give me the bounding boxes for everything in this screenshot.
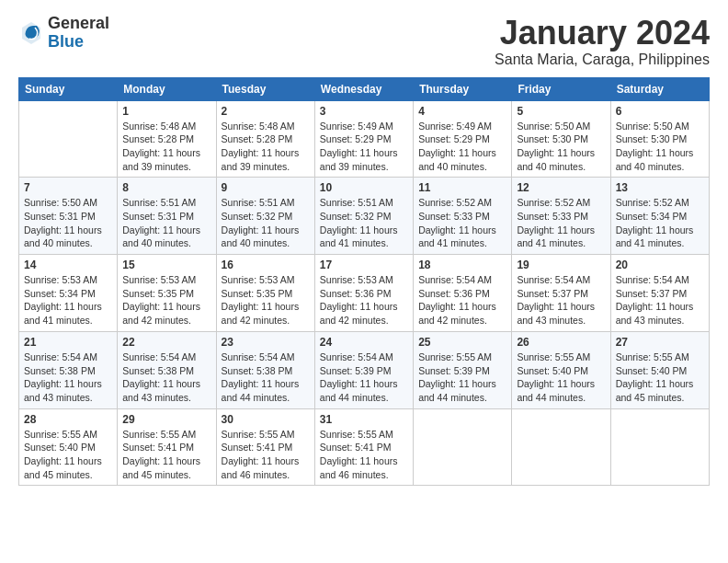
calendar-cell: 22Sunrise: 5:54 AMSunset: 5:38 PMDayligh… xyxy=(118,331,216,408)
day-info: Sunrise: 5:53 AMSunset: 5:34 PMDaylight:… xyxy=(24,273,112,327)
calendar-cell: 20Sunrise: 5:54 AMSunset: 5:37 PMDayligh… xyxy=(610,255,709,332)
day-number: 1 xyxy=(122,105,210,118)
day-number: 26 xyxy=(517,336,605,349)
calendar-cell: 26Sunrise: 5:55 AMSunset: 5:40 PMDayligh… xyxy=(512,331,610,408)
weekday-header-monday: Monday xyxy=(118,77,216,100)
day-number: 13 xyxy=(616,181,704,194)
day-number: 15 xyxy=(122,259,210,271)
day-number: 12 xyxy=(517,181,605,194)
day-number: 25 xyxy=(418,336,506,349)
calendar-cell: 19Sunrise: 5:54 AMSunset: 5:37 PMDayligh… xyxy=(512,255,610,332)
day-number: 6 xyxy=(616,105,704,118)
day-number: 23 xyxy=(222,336,310,349)
calendar-cell: 9Sunrise: 5:51 AMSunset: 5:32 PMDaylight… xyxy=(216,178,314,255)
weekday-header-saturday: Saturday xyxy=(610,77,709,100)
calendar-week-row: 28Sunrise: 5:55 AMSunset: 5:40 PMDayligh… xyxy=(19,408,710,486)
calendar-cell: 7Sunrise: 5:50 AMSunset: 5:31 PMDaylight… xyxy=(19,178,118,255)
weekday-header-friday: Friday xyxy=(512,77,610,100)
day-info: Sunrise: 5:52 AMSunset: 5:33 PMDaylight:… xyxy=(517,196,605,250)
day-number: 22 xyxy=(122,336,210,349)
day-number: 10 xyxy=(320,181,408,194)
calendar-cell: 2Sunrise: 5:48 AMSunset: 5:28 PMDaylight… xyxy=(216,100,314,178)
calendar-cell: 14Sunrise: 5:53 AMSunset: 5:34 PMDayligh… xyxy=(19,255,118,332)
day-info: Sunrise: 5:55 AMSunset: 5:40 PMDaylight:… xyxy=(517,350,605,405)
day-number: 30 xyxy=(222,413,310,426)
day-number: 27 xyxy=(616,336,704,349)
calendar-cell: 27Sunrise: 5:55 AMSunset: 5:40 PMDayligh… xyxy=(610,331,709,408)
day-info: Sunrise: 5:54 AMSunset: 5:37 PMDaylight:… xyxy=(616,273,704,327)
day-number: 11 xyxy=(418,181,506,194)
day-number: 5 xyxy=(517,105,605,118)
day-info: Sunrise: 5:53 AMSunset: 5:36 PMDaylight:… xyxy=(320,273,408,327)
logo: General Blue xyxy=(18,15,109,52)
day-info: Sunrise: 5:49 AMSunset: 5:29 PMDaylight:… xyxy=(320,120,408,174)
day-info: Sunrise: 5:49 AMSunset: 5:29 PMDaylight:… xyxy=(418,120,506,174)
calendar-cell: 12Sunrise: 5:52 AMSunset: 5:33 PMDayligh… xyxy=(512,178,610,255)
day-number: 9 xyxy=(222,181,310,194)
day-info: Sunrise: 5:50 AMSunset: 5:30 PMDaylight:… xyxy=(616,120,704,174)
calendar-cell: 17Sunrise: 5:53 AMSunset: 5:36 PMDayligh… xyxy=(314,255,413,332)
calendar-cell: 31Sunrise: 5:55 AMSunset: 5:41 PMDayligh… xyxy=(314,408,413,486)
day-number: 20 xyxy=(616,259,704,271)
day-info: Sunrise: 5:48 AMSunset: 5:28 PMDaylight:… xyxy=(122,120,210,174)
day-number: 19 xyxy=(517,259,605,271)
day-info: Sunrise: 5:50 AMSunset: 5:31 PMDaylight:… xyxy=(24,196,112,250)
calendar-cell: 23Sunrise: 5:54 AMSunset: 5:38 PMDayligh… xyxy=(216,331,314,408)
calendar-week-row: 21Sunrise: 5:54 AMSunset: 5:38 PMDayligh… xyxy=(19,331,710,408)
weekday-header-tuesday: Tuesday xyxy=(216,77,314,100)
calendar-cell: 4Sunrise: 5:49 AMSunset: 5:29 PMDaylight… xyxy=(414,100,512,178)
logo-text: General Blue xyxy=(48,15,109,52)
day-number: 18 xyxy=(418,259,506,271)
day-number: 7 xyxy=(24,181,112,194)
calendar-cell xyxy=(414,408,512,486)
calendar-week-row: 14Sunrise: 5:53 AMSunset: 5:34 PMDayligh… xyxy=(19,255,710,332)
calendar-cell: 10Sunrise: 5:51 AMSunset: 5:32 PMDayligh… xyxy=(314,178,413,255)
calendar-cell: 11Sunrise: 5:52 AMSunset: 5:33 PMDayligh… xyxy=(414,178,512,255)
day-number: 16 xyxy=(222,259,310,271)
day-info: Sunrise: 5:51 AMSunset: 5:31 PMDaylight:… xyxy=(122,196,210,250)
calendar-cell: 30Sunrise: 5:55 AMSunset: 5:41 PMDayligh… xyxy=(216,408,314,486)
calendar-cell: 1Sunrise: 5:48 AMSunset: 5:28 PMDaylight… xyxy=(118,100,216,178)
day-number: 24 xyxy=(320,336,408,349)
day-info: Sunrise: 5:54 AMSunset: 5:38 PMDaylight:… xyxy=(24,350,112,405)
calendar-week-row: 7Sunrise: 5:50 AMSunset: 5:31 PMDaylight… xyxy=(19,178,710,255)
calendar-cell: 3Sunrise: 5:49 AMSunset: 5:29 PMDaylight… xyxy=(314,100,413,178)
logo-icon xyxy=(18,20,44,46)
calendar-cell: 13Sunrise: 5:52 AMSunset: 5:34 PMDayligh… xyxy=(610,178,709,255)
calendar-cell: 15Sunrise: 5:53 AMSunset: 5:35 PMDayligh… xyxy=(118,255,216,332)
day-number: 8 xyxy=(122,181,210,194)
calendar-cell: 18Sunrise: 5:54 AMSunset: 5:36 PMDayligh… xyxy=(414,255,512,332)
day-number: 2 xyxy=(222,105,310,118)
calendar-cell xyxy=(19,100,118,178)
calendar-cell: 8Sunrise: 5:51 AMSunset: 5:31 PMDaylight… xyxy=(118,178,216,255)
day-info: Sunrise: 5:55 AMSunset: 5:39 PMDaylight:… xyxy=(418,350,506,405)
day-number: 28 xyxy=(24,413,112,426)
calendar-cell: 16Sunrise: 5:53 AMSunset: 5:35 PMDayligh… xyxy=(216,255,314,332)
calendar-cell: 29Sunrise: 5:55 AMSunset: 5:41 PMDayligh… xyxy=(118,408,216,486)
calendar-cell: 28Sunrise: 5:55 AMSunset: 5:40 PMDayligh… xyxy=(19,408,118,486)
calendar-cell: 21Sunrise: 5:54 AMSunset: 5:38 PMDayligh… xyxy=(19,331,118,408)
weekday-header-row: SundayMondayTuesdayWednesdayThursdayFrid… xyxy=(19,77,710,100)
day-info: Sunrise: 5:51 AMSunset: 5:32 PMDaylight:… xyxy=(222,196,310,250)
title-block: January 2024 Santa Maria, Caraga, Philip… xyxy=(495,15,710,68)
day-number: 14 xyxy=(24,259,112,271)
day-number: 17 xyxy=(320,259,408,271)
calendar-cell: 24Sunrise: 5:54 AMSunset: 5:39 PMDayligh… xyxy=(314,331,413,408)
day-info: Sunrise: 5:53 AMSunset: 5:35 PMDaylight:… xyxy=(122,273,210,327)
day-info: Sunrise: 5:54 AMSunset: 5:36 PMDaylight:… xyxy=(418,273,506,327)
day-info: Sunrise: 5:54 AMSunset: 5:39 PMDaylight:… xyxy=(320,350,408,405)
weekday-header-sunday: Sunday xyxy=(19,77,118,100)
day-info: Sunrise: 5:52 AMSunset: 5:33 PMDaylight:… xyxy=(418,196,506,250)
weekday-header-wednesday: Wednesday xyxy=(314,77,413,100)
calendar-cell xyxy=(512,408,610,486)
day-info: Sunrise: 5:54 AMSunset: 5:38 PMDaylight:… xyxy=(222,350,310,405)
day-info: Sunrise: 5:55 AMSunset: 5:41 PMDaylight:… xyxy=(320,428,408,482)
day-info: Sunrise: 5:52 AMSunset: 5:34 PMDaylight:… xyxy=(616,196,704,250)
day-info: Sunrise: 5:55 AMSunset: 5:40 PMDaylight:… xyxy=(24,428,112,482)
day-info: Sunrise: 5:54 AMSunset: 5:37 PMDaylight:… xyxy=(517,273,605,327)
day-info: Sunrise: 5:50 AMSunset: 5:30 PMDaylight:… xyxy=(517,120,605,174)
day-number: 21 xyxy=(24,336,112,349)
day-number: 3 xyxy=(320,105,408,118)
weekday-header-thursday: Thursday xyxy=(414,77,512,100)
calendar-table: SundayMondayTuesdayWednesdayThursdayFrid… xyxy=(18,77,710,487)
